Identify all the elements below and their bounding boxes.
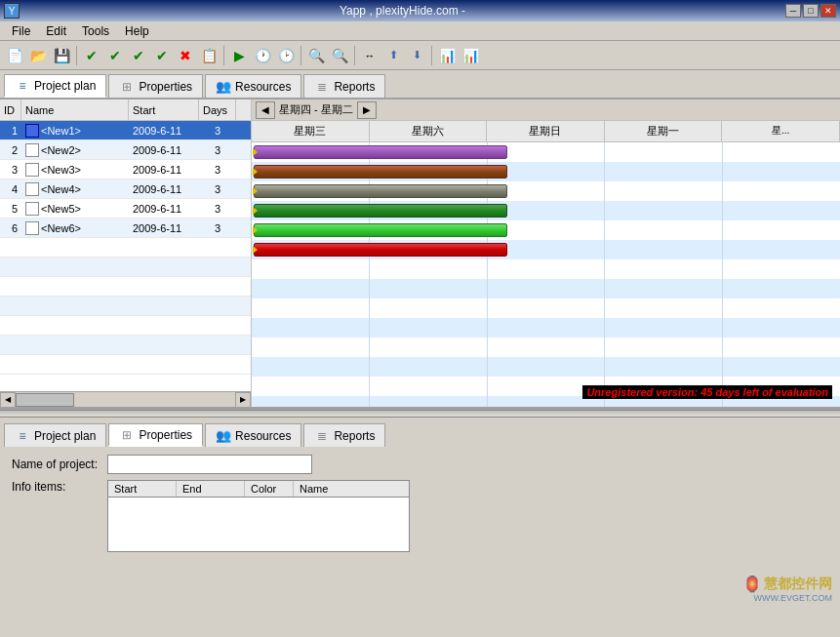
toolbar-check1[interactable]: ✔ (81, 45, 102, 66)
brand-name: 慧都控件网 (764, 576, 832, 593)
toolbar-save[interactable]: 💾 (51, 45, 72, 66)
gantt-bar-3[interactable] (254, 184, 507, 198)
col-header-days: Days (199, 100, 236, 120)
minimize-button[interactable]: ─ (785, 4, 801, 18)
task-id: 2 (0, 143, 21, 157)
scroll-thumb[interactable] (16, 393, 74, 407)
tab-project-plan[interactable]: ≡ Project plan (4, 74, 106, 98)
task-scrollbar[interactable]: ◀ ▶ (0, 391, 251, 407)
bar-marker-1 (253, 148, 258, 156)
task-icon-box (25, 221, 39, 235)
table-row[interactable]: 6 <New6> 2009-6-11 3 (0, 219, 251, 238)
table-row[interactable]: 1 <New1> 2009-6-11 3 (0, 121, 251, 140)
task-id: 3 (0, 163, 21, 177)
project-plan-icon: ≡ (15, 79, 30, 93)
task-days: 3 (199, 221, 236, 235)
toolbar-zoom-in[interactable]: 🔍 (329, 45, 350, 66)
table-row[interactable]: 3 <New3> 2009-6-11 3 (0, 160, 251, 179)
title-bar: Y Yapp , plexityHide.com - ─ □ ✕ (0, 0, 840, 21)
toolbar-paste[interactable]: 📋 (198, 45, 220, 66)
tab-reports[interactable]: ≣ Reports (303, 74, 385, 98)
task-name: <New5> (21, 201, 129, 217)
menu-bar: File Edit Tools Help (0, 21, 840, 41)
task-rows: 1 <New1> 2009-6-11 3 2 <New2> 2009-6-11 … (0, 121, 251, 391)
task-id: 5 (0, 202, 21, 216)
task-id: 6 (0, 221, 21, 235)
project-name-label: Name of project: (12, 458, 100, 471)
gantt-day-col: 星期六 (370, 121, 488, 141)
task-name: <New3> (21, 162, 129, 178)
task-start: 2009-6-11 (129, 124, 199, 138)
toolbar-zoom-out[interactable]: 🔍 (305, 45, 327, 66)
col-header-start: Start (129, 100, 199, 120)
table-row[interactable]: 4 <New4> 2009-6-11 3 (0, 179, 251, 199)
info-items-row: Info items: Start End Color Name (12, 480, 828, 552)
gantt-bar-5[interactable] (254, 223, 507, 237)
project-name-input[interactable] (107, 455, 312, 474)
task-start: 2009-6-11 (129, 163, 199, 177)
tab-bottom-project-plan[interactable]: ≡ Project plan (4, 423, 106, 447)
menu-edit[interactable]: Edit (38, 22, 74, 40)
tab-resources[interactable]: 👥 Resources (205, 74, 301, 98)
toolbar-check3[interactable]: ✔ (128, 45, 149, 66)
scroll-right-btn[interactable]: ▶ (235, 392, 251, 408)
project-properties: Name of project: Info items: Start End C… (0, 447, 840, 607)
toolbar-refresh2[interactable]: 🕑 (275, 45, 297, 66)
toolbar-sep5 (431, 46, 432, 65)
gantt-day-col: 星期三 (252, 121, 370, 141)
tab-bottom-reports-label: Reports (334, 429, 375, 443)
toolbar-chart2[interactable]: 📊 (460, 45, 481, 66)
toolbar-cancel[interactable]: ✖ (175, 45, 196, 66)
gantt-bar-6[interactable] (254, 243, 507, 257)
toolbar-down[interactable]: ⬇ (406, 45, 427, 66)
toolbar-up[interactable]: ⬆ (382, 45, 404, 66)
toolbar-open[interactable]: 📂 (27, 45, 49, 66)
toolbar-resize[interactable]: ↔ (359, 45, 380, 66)
brand-logo: 🏮 慧都控件网 (742, 575, 832, 593)
tab-properties[interactable]: ⊞ Properties (108, 74, 203, 98)
gantt-header: 星期三 星期六 星期日 星期一 星... (252, 121, 840, 142)
gantt-nav-bar: ◀ 星期四 - 星期二 ▶ (252, 100, 840, 121)
gantt-bar-1[interactable] (254, 145, 507, 159)
toolbar-check4[interactable]: ✔ (151, 45, 173, 66)
info-col-start: Start (108, 481, 177, 497)
tab-bottom-reports[interactable]: ≣ Reports (303, 423, 385, 447)
toolbar-check2[interactable]: ✔ (104, 45, 126, 66)
gantt-panel: ◀ 星期四 - 星期二 ▶ 星期三 星期六 星期日 星期一 星... (252, 100, 840, 407)
menu-tools[interactable]: Tools (74, 22, 117, 40)
scroll-left-btn[interactable]: ◀ (0, 392, 16, 408)
gantt-prev-btn[interactable]: ◀ (256, 101, 275, 119)
task-icon-box (25, 163, 39, 177)
task-icon-box (25, 124, 39, 138)
properties-icon: ⊞ (119, 80, 135, 94)
tab-project-plan-label: Project plan (34, 79, 96, 93)
gantt-next-btn[interactable]: ▶ (357, 101, 377, 119)
project-name-row: Name of project: (12, 455, 828, 474)
restore-button[interactable]: □ (803, 4, 819, 18)
info-col-end: End (177, 481, 245, 497)
menu-file[interactable]: File (4, 22, 38, 40)
gantt-bar-2[interactable] (254, 165, 507, 179)
scroll-track[interactable] (16, 392, 235, 408)
toolbar-refresh1[interactable]: 🕐 (252, 45, 273, 66)
gantt-period-label: 星期四 - 星期二 (279, 102, 353, 117)
table-row-empty (0, 297, 251, 316)
task-start: 2009-6-11 (129, 221, 199, 235)
bar-marker-5 (253, 226, 258, 234)
task-id: 4 (0, 182, 21, 196)
gantt-bar-4[interactable] (254, 204, 507, 218)
task-list-panel: ID Name Start Days 1 <New1> 2009-6-11 3 … (0, 100, 252, 407)
menu-help[interactable]: Help (117, 22, 157, 40)
close-button[interactable]: ✕ (820, 4, 836, 18)
tab-bottom-resources[interactable]: 👥 Resources (205, 423, 301, 447)
table-row[interactable]: 2 <New2> 2009-6-11 3 (0, 140, 251, 160)
bottom-tab-bar: ≡ Project plan ⊞ Properties 👥 Resources … (0, 418, 840, 447)
tab-bottom-properties[interactable]: ⊞ Properties (108, 423, 203, 447)
toolbar-run[interactable]: ▶ (228, 45, 250, 66)
panel-divider (0, 410, 840, 418)
task-days: 3 (199, 124, 236, 138)
table-row[interactable]: 5 <New5> 2009-6-11 3 (0, 199, 251, 219)
task-name: <New1> (21, 123, 129, 139)
toolbar-chart1[interactable]: 📊 (436, 45, 458, 66)
toolbar-new[interactable]: 📄 (4, 45, 25, 66)
